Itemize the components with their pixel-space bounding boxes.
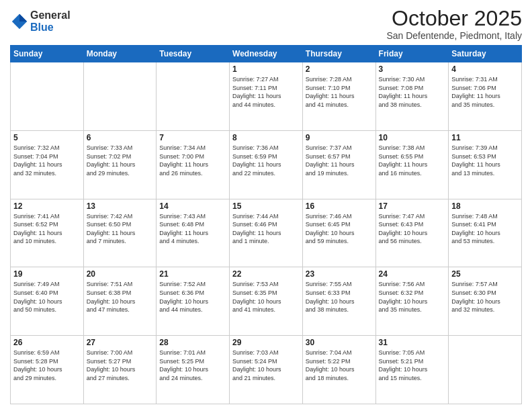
day-info: Sunrise: 7:55 AM Sunset: 6:33 PM Dayligh… — [306, 280, 373, 314]
day-info: Sunrise: 7:49 AM Sunset: 6:40 PM Dayligh… — [13, 280, 81, 314]
table-row: 30Sunrise: 7:04 AM Sunset: 5:22 PM Dayli… — [302, 336, 375, 404]
table-row: 13Sunrise: 7:42 AM Sunset: 6:50 PM Dayli… — [83, 199, 157, 267]
table-row — [157, 62, 230, 131]
day-number: 26 — [13, 338, 81, 347]
day-info: Sunrise: 7:57 AM Sunset: 6:30 PM Dayligh… — [451, 280, 519, 314]
day-info: Sunrise: 7:30 AM Sunset: 7:08 PM Dayligh… — [379, 75, 446, 109]
col-monday: Monday — [83, 46, 157, 62]
col-thursday: Thursday — [302, 46, 375, 62]
table-row: 15Sunrise: 7:44 AM Sunset: 6:46 PM Dayli… — [230, 199, 303, 267]
month-title: October 2025 — [386, 7, 522, 30]
table-row: 2Sunrise: 7:28 AM Sunset: 7:10 PM Daylig… — [302, 62, 375, 131]
table-row: 21Sunrise: 7:52 AM Sunset: 6:36 PM Dayli… — [157, 267, 230, 336]
col-friday: Friday — [375, 46, 449, 62]
day-number: 20 — [87, 269, 154, 279]
day-info: Sunrise: 7:36 AM Sunset: 6:59 PM Dayligh… — [232, 144, 300, 177]
day-info: Sunrise: 7:39 AM Sunset: 6:53 PM Dayligh… — [451, 144, 519, 177]
table-row: 22Sunrise: 7:53 AM Sunset: 6:35 PM Dayli… — [230, 267, 303, 336]
logo: General Blue — [10, 9, 71, 33]
table-row: 17Sunrise: 7:47 AM Sunset: 6:43 PM Dayli… — [375, 199, 449, 267]
day-number: 5 — [13, 133, 81, 142]
table-row: 12Sunrise: 7:41 AM Sunset: 6:52 PM Dayli… — [11, 199, 84, 267]
table-row: 3Sunrise: 7:30 AM Sunset: 7:08 PM Daylig… — [375, 62, 449, 131]
day-number: 7 — [159, 133, 226, 142]
day-number: 19 — [13, 269, 81, 279]
day-info: Sunrise: 7:43 AM Sunset: 6:48 PM Dayligh… — [159, 212, 226, 246]
day-number: 16 — [306, 201, 373, 211]
day-info: Sunrise: 7:05 AM Sunset: 5:21 PM Dayligh… — [379, 349, 446, 382]
day-number: 30 — [306, 338, 373, 347]
calendar-week-row: 12Sunrise: 7:41 AM Sunset: 6:52 PM Dayli… — [11, 199, 522, 267]
day-info: Sunrise: 7:27 AM Sunset: 7:11 PM Dayligh… — [232, 75, 300, 109]
day-info: Sunrise: 7:56 AM Sunset: 6:32 PM Dayligh… — [379, 280, 446, 314]
table-row: 19Sunrise: 7:49 AM Sunset: 6:40 PM Dayli… — [11, 267, 84, 336]
table-row: 16Sunrise: 7:46 AM Sunset: 6:45 PM Dayli… — [302, 199, 375, 267]
table-row: 6Sunrise: 7:33 AM Sunset: 7:02 PM Daylig… — [83, 130, 157, 199]
day-number: 10 — [379, 133, 446, 142]
table-row: 14Sunrise: 7:43 AM Sunset: 6:48 PM Dayli… — [157, 199, 230, 267]
header: General Blue October 2025 San Defentende… — [10, 7, 522, 41]
day-info: Sunrise: 7:33 AM Sunset: 7:02 PM Dayligh… — [87, 144, 154, 177]
day-number: 8 — [232, 133, 300, 142]
page: General Blue October 2025 San Defentende… — [0, 0, 532, 411]
day-info: Sunrise: 7:04 AM Sunset: 5:22 PM Dayligh… — [306, 349, 373, 382]
day-number: 21 — [159, 269, 226, 279]
calendar-header-row: Sunday Monday Tuesday Wednesday Thursday… — [11, 46, 522, 62]
logo-icon — [10, 12, 29, 31]
day-info: Sunrise: 7:52 AM Sunset: 6:36 PM Dayligh… — [159, 280, 226, 314]
day-info: Sunrise: 7:34 AM Sunset: 7:00 PM Dayligh… — [159, 144, 226, 177]
logo-blue-text: Blue — [30, 21, 71, 34]
col-tuesday: Tuesday — [157, 46, 230, 62]
day-info: Sunrise: 7:01 AM Sunset: 5:25 PM Dayligh… — [159, 349, 226, 382]
day-number: 11 — [451, 133, 519, 142]
day-number: 4 — [451, 64, 519, 74]
table-row: 29Sunrise: 7:03 AM Sunset: 5:24 PM Dayli… — [230, 336, 303, 404]
table-row: 31Sunrise: 7:05 AM Sunset: 5:21 PM Dayli… — [375, 336, 449, 404]
title-block: October 2025 San Defentende, Piedmont, I… — [386, 7, 522, 41]
table-row: 7Sunrise: 7:34 AM Sunset: 7:00 PM Daylig… — [157, 130, 230, 199]
table-row: 4Sunrise: 7:31 AM Sunset: 7:06 PM Daylig… — [449, 62, 522, 131]
table-row: 27Sunrise: 7:00 AM Sunset: 5:27 PM Dayli… — [83, 336, 157, 404]
day-number: 14 — [159, 201, 226, 211]
day-info: Sunrise: 7:28 AM Sunset: 7:10 PM Dayligh… — [306, 75, 373, 109]
day-info: Sunrise: 7:03 AM Sunset: 5:24 PM Dayligh… — [232, 349, 300, 382]
day-number: 9 — [306, 133, 373, 142]
day-number: 28 — [159, 338, 226, 347]
svg-marker-1 — [19, 13, 27, 21]
day-number: 22 — [232, 269, 300, 279]
col-saturday: Saturday — [449, 46, 522, 62]
table-row: 25Sunrise: 7:57 AM Sunset: 6:30 PM Dayli… — [449, 267, 522, 336]
day-number: 15 — [232, 201, 300, 211]
day-info: Sunrise: 7:38 AM Sunset: 6:55 PM Dayligh… — [379, 144, 446, 177]
day-info: Sunrise: 7:31 AM Sunset: 7:06 PM Dayligh… — [451, 75, 519, 109]
logo-general-text: General — [30, 9, 71, 21]
day-number: 13 — [87, 201, 154, 211]
calendar-table: Sunday Monday Tuesday Wednesday Thursday… — [10, 45, 522, 404]
table-row: 24Sunrise: 7:56 AM Sunset: 6:32 PM Dayli… — [375, 267, 449, 336]
day-info: Sunrise: 7:42 AM Sunset: 6:50 PM Dayligh… — [87, 212, 154, 246]
col-wednesday: Wednesday — [230, 46, 303, 62]
day-info: Sunrise: 7:37 AM Sunset: 6:57 PM Dayligh… — [306, 144, 373, 177]
col-sunday: Sunday — [11, 46, 84, 62]
day-info: Sunrise: 7:41 AM Sunset: 6:52 PM Dayligh… — [13, 212, 81, 246]
day-number: 1 — [232, 64, 300, 74]
day-number: 29 — [232, 338, 300, 347]
table-row — [83, 62, 157, 131]
day-number: 18 — [451, 201, 519, 211]
table-row: 11Sunrise: 7:39 AM Sunset: 6:53 PM Dayli… — [449, 130, 522, 199]
day-number: 27 — [87, 338, 154, 347]
table-row: 26Sunrise: 6:59 AM Sunset: 5:28 PM Dayli… — [11, 336, 84, 404]
table-row: 23Sunrise: 7:55 AM Sunset: 6:33 PM Dayli… — [302, 267, 375, 336]
day-number: 3 — [379, 64, 446, 74]
table-row: 10Sunrise: 7:38 AM Sunset: 6:55 PM Dayli… — [375, 130, 449, 199]
table-row: 28Sunrise: 7:01 AM Sunset: 5:25 PM Dayli… — [157, 336, 230, 404]
day-info: Sunrise: 7:53 AM Sunset: 6:35 PM Dayligh… — [232, 280, 300, 314]
day-info: Sunrise: 7:32 AM Sunset: 7:04 PM Dayligh… — [13, 144, 81, 177]
table-row — [449, 336, 522, 404]
day-number: 6 — [87, 133, 154, 142]
table-row: 18Sunrise: 7:48 AM Sunset: 6:41 PM Dayli… — [449, 199, 522, 267]
day-number: 23 — [306, 269, 373, 279]
calendar-week-row: 26Sunrise: 6:59 AM Sunset: 5:28 PM Dayli… — [11, 336, 522, 404]
table-row: 5Sunrise: 7:32 AM Sunset: 7:04 PM Daylig… — [11, 130, 84, 199]
day-info: Sunrise: 7:00 AM Sunset: 5:27 PM Dayligh… — [87, 349, 154, 382]
